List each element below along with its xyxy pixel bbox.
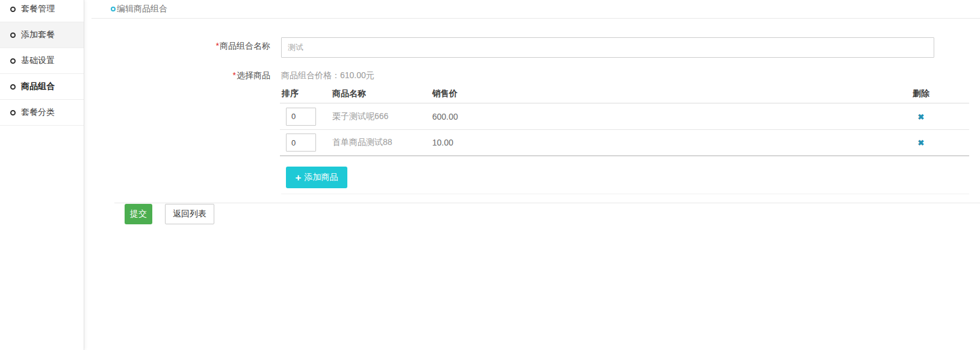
- section-divider: [281, 194, 969, 194]
- sort-input[interactable]: [286, 134, 316, 152]
- submit-button[interactable]: 提交: [125, 204, 152, 224]
- circle-icon: [111, 7, 116, 11]
- sidebar-menu: 套餐管理 添加套餐 基础设置 商品组合 套餐分类: [0, 0, 84, 126]
- delete-cell: ✖: [873, 112, 969, 121]
- goods-table-header: 排序 商品名称 销售价 删除: [280, 85, 969, 103]
- delete-icon[interactable]: ✖: [918, 138, 925, 147]
- radio-circle-icon: [10, 32, 16, 38]
- back-to-list-button[interactable]: 返回列表: [165, 204, 214, 224]
- sidebar-item[interactable]: 套餐管理: [0, 0, 84, 22]
- select-goods-label: *选择商品: [120, 70, 270, 81]
- goods-table-row: 首单商品测试88 10.00 ✖: [280, 130, 969, 156]
- goods-name-cell: 栗子测试呢666: [332, 111, 432, 122]
- goods-table: 排序 商品名称 销售价 删除 栗子测试呢666 600.00 ✖ 首单商品测试8…: [280, 85, 969, 156]
- header-name: 商品名称: [332, 88, 432, 99]
- header-sort: 排序: [280, 88, 332, 99]
- combo-name-label-text: 商品组合名称: [220, 41, 270, 51]
- sidebar-item-label: 基础设置: [21, 55, 55, 66]
- radio-circle-icon: [10, 110, 16, 115]
- delete-cell: ✖: [873, 138, 969, 147]
- delete-icon[interactable]: ✖: [918, 112, 925, 121]
- required-asterisk: *: [233, 70, 236, 80]
- add-goods-button[interactable]: + 添加商品: [286, 167, 347, 188]
- goods-table-row: 栗子测试呢666 600.00 ✖: [280, 103, 969, 130]
- page: 套餐管理 添加套餐 基础设置 商品组合 套餐分类 编辑商品组合 *商品组合名称 …: [0, 0, 980, 350]
- sort-cell: [280, 134, 332, 152]
- footer-divider: [114, 203, 980, 203]
- goods-price-cell: 10.00: [432, 138, 873, 147]
- sort-input[interactable]: [286, 108, 316, 126]
- page-header: 编辑商品组合: [91, 0, 980, 19]
- header-price: 销售价: [432, 88, 873, 99]
- sidebar-item-label: 添加套餐: [21, 29, 55, 40]
- combo-name-input[interactable]: [281, 37, 934, 58]
- radio-circle-icon: [10, 7, 16, 12]
- combo-price-text: 商品组合价格：610.00元: [281, 70, 374, 81]
- combo-name-label: *商品组合名称: [120, 41, 270, 52]
- plus-icon: +: [296, 173, 302, 183]
- radio-circle-icon: [10, 58, 16, 64]
- sidebar-item[interactable]: 基础设置: [0, 48, 84, 74]
- add-goods-button-label: 添加商品: [304, 172, 338, 183]
- page-title: 编辑商品组合: [117, 4, 167, 14]
- goods-name-cell: 首单商品测试88: [332, 137, 432, 148]
- sidebar-item-label: 套餐分类: [21, 107, 55, 118]
- sidebar-item[interactable]: 添加套餐: [0, 22, 84, 48]
- sidebar: 套餐管理 添加套餐 基础设置 商品组合 套餐分类: [0, 0, 84, 350]
- header-delete: 删除: [873, 88, 969, 99]
- sidebar-item-label: 商品组合: [21, 81, 55, 92]
- goods-table-body: 栗子测试呢666 600.00 ✖ 首单商品测试88 10.00 ✖: [280, 103, 969, 156]
- goods-price-cell: 600.00: [432, 112, 873, 121]
- sidebar-item[interactable]: 商品组合: [0, 74, 84, 100]
- select-goods-label-text: 选择商品: [237, 70, 270, 80]
- sidebar-item-label: 套餐管理: [21, 4, 55, 14]
- radio-circle-icon: [10, 84, 16, 90]
- sort-cell: [280, 108, 332, 126]
- required-asterisk: *: [216, 41, 219, 51]
- sidebar-item[interactable]: 套餐分类: [0, 100, 84, 126]
